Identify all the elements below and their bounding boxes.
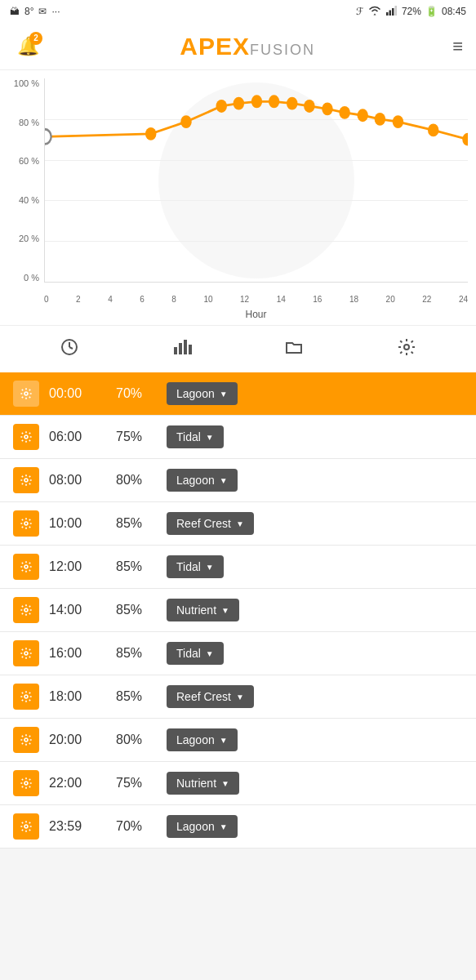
row-gear-button[interactable] <box>13 684 39 710</box>
schedule-row: 00:00 70% Lagoon ▼ <box>0 372 476 416</box>
row-percent: 70% <box>116 386 157 401</box>
x-label-14: 14 <box>277 295 286 304</box>
svg-point-9 <box>251 95 262 108</box>
row-time: 10:00 <box>49 516 106 531</box>
profile-label: Lagoon <box>176 387 215 400</box>
svg-point-17 <box>393 115 403 128</box>
profile-dropdown-button[interactable]: Tidal ▼ <box>167 555 224 578</box>
x-label-22: 22 <box>422 295 431 304</box>
row-time: 20:00 <box>49 733 106 747</box>
signal-icon <box>386 6 398 18</box>
clock-control-icon[interactable] <box>53 334 86 364</box>
folder-control-icon[interactable] <box>278 334 310 364</box>
row-gear-button[interactable] <box>13 727 39 753</box>
schedule-row: 12:00 85% Tidal ▼ <box>0 546 476 589</box>
row-time: 06:00 <box>49 430 106 444</box>
settings-control-icon[interactable] <box>390 334 423 364</box>
svg-rect-24 <box>179 343 182 354</box>
row-gear-button[interactable] <box>13 813 39 840</box>
row-percent: 85% <box>116 603 157 617</box>
svg-line-22 <box>69 347 73 349</box>
row-gear-button[interactable] <box>13 381 39 407</box>
x-label-18: 18 <box>349 295 358 304</box>
row-gear-button[interactable] <box>13 554 39 580</box>
email-icon: ✉ <box>38 6 47 17</box>
status-bar: 🏔 8° ✉ ··· ℱ 72% 🔋 08:45 <box>0 0 476 23</box>
profile-dropdown-button[interactable]: Lagoon ▼ <box>167 815 238 838</box>
schedule-table: 00:00 70% Lagoon ▼ 06:00 75% Tidal ▼ 08:… <box>0 372 476 849</box>
profile-label: Reef Crest <box>176 517 231 530</box>
y-label-80: 80 % <box>19 118 39 127</box>
profile-dropdown-button[interactable]: Tidal ▼ <box>167 425 224 448</box>
row-time: 16:00 <box>49 646 106 661</box>
row-gear-button[interactable] <box>13 424 39 450</box>
x-axis-labels: 0 2 4 6 8 10 12 14 16 18 20 22 24 <box>44 291 468 307</box>
x-label-24: 24 <box>459 295 468 304</box>
profile-dropdown-button[interactable]: Tidal ▼ <box>167 642 224 665</box>
status-right: ℱ 72% 🔋 08:45 <box>356 6 466 18</box>
row-gear-button[interactable] <box>13 640 39 666</box>
x-label-0: 0 <box>44 295 49 304</box>
dropdown-arrow-icon: ▼ <box>221 606 229 615</box>
profile-label: Lagoon <box>176 820 215 833</box>
profile-label: Nutrient <box>176 777 216 790</box>
row-percent: 85% <box>116 559 157 574</box>
x-label-6: 6 <box>140 295 145 304</box>
profile-dropdown-button[interactable]: Reef Crest ▼ <box>167 512 254 535</box>
x-label-2: 2 <box>76 295 81 304</box>
svg-point-36 <box>24 738 28 742</box>
y-label-60: 60 % <box>19 156 39 166</box>
profile-label: Tidal <box>176 560 201 573</box>
profile-dropdown-button[interactable]: Nutrient ▼ <box>167 599 239 621</box>
row-gear-button[interactable] <box>13 770 39 796</box>
row-gear-button[interactable] <box>13 597 39 623</box>
y-label-20: 20 % <box>19 234 39 243</box>
y-label-0: 0 % <box>24 273 39 283</box>
schedule-row: 22:00 75% Nutrient ▼ <box>0 762 476 805</box>
profile-dropdown-button[interactable]: Lagoon ▼ <box>167 728 238 751</box>
wifi-icon <box>367 6 382 18</box>
row-percent: 75% <box>116 430 157 444</box>
row-time: 18:00 <box>49 689 106 704</box>
dropdown-arrow-icon: ▼ <box>220 736 228 745</box>
y-label-100: 100 % <box>14 78 39 88</box>
profile-dropdown-button[interactable]: Lagoon ▼ <box>167 382 238 405</box>
notification-badge: 2 <box>29 32 42 45</box>
notification-bell[interactable]: 🔔 2 <box>13 32 42 61</box>
svg-point-12 <box>304 100 314 113</box>
y-label-40: 40 % <box>19 195 39 205</box>
svg-rect-25 <box>184 340 187 354</box>
profile-label: Tidal <box>176 430 201 443</box>
row-gear-button[interactable] <box>13 510 39 537</box>
schedule-row: 06:00 75% Tidal ▼ <box>0 416 476 459</box>
chart-svg <box>45 78 468 282</box>
dropdown-arrow-icon: ▼ <box>236 519 244 528</box>
profile-dropdown-button[interactable]: Lagoon ▼ <box>167 469 238 492</box>
row-gear-button[interactable] <box>13 467 39 493</box>
dropdown-arrow-icon: ▼ <box>236 693 244 702</box>
network-icon: 🏔 <box>10 6 20 17</box>
svg-point-19 <box>462 133 468 146</box>
svg-point-10 <box>269 95 279 108</box>
svg-rect-0 <box>386 12 389 16</box>
dropdown-arrow-icon: ▼ <box>220 390 228 399</box>
svg-point-29 <box>24 435 28 439</box>
row-percent: 85% <box>116 646 157 661</box>
chart-plot-area <box>44 78 468 283</box>
profile-dropdown-button[interactable]: Reef Crest ▼ <box>167 685 254 708</box>
schedule-row: 23:59 70% Lagoon ▼ <box>0 805 476 849</box>
x-label-10: 10 <box>203 295 212 304</box>
x-label-12: 12 <box>240 295 249 304</box>
row-time: 00:00 <box>49 386 106 401</box>
profile-label: Lagoon <box>176 474 215 487</box>
svg-point-35 <box>24 695 28 698</box>
row-percent: 80% <box>116 473 157 488</box>
profile-dropdown-button[interactable]: Nutrient ▼ <box>167 772 239 795</box>
bar-chart-control-icon[interactable] <box>166 334 198 364</box>
svg-point-38 <box>24 825 28 828</box>
svg-point-11 <box>287 97 297 110</box>
hamburger-menu[interactable]: ≡ <box>452 36 463 57</box>
chart-area: 100 % 80 % 60 % 40 % 20 % 0 % <box>0 70 476 325</box>
dropdown-arrow-icon: ▼ <box>220 476 228 485</box>
svg-point-4 <box>45 129 51 144</box>
